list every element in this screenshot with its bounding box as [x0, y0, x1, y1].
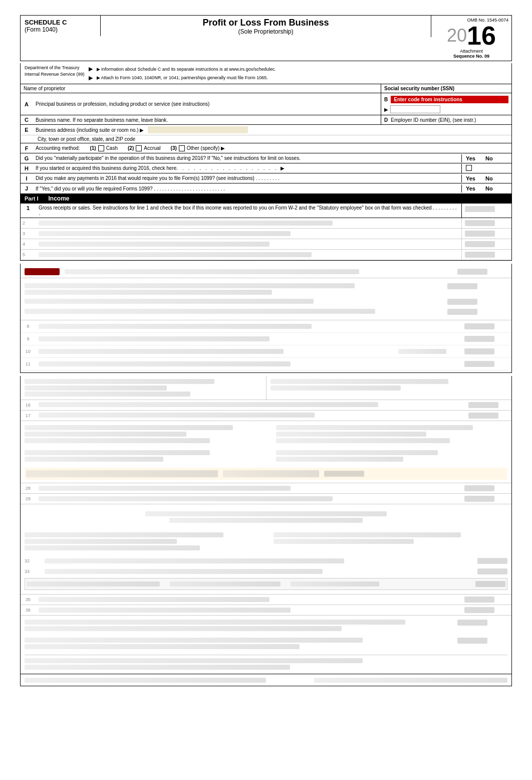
- footer-row: [20, 674, 512, 686]
- address-value: [148, 126, 248, 133]
- big-blurred-block: 32 33: [21, 504, 511, 595]
- row-d-letter: D: [384, 117, 388, 123]
- row-i-yes-no: Yes No: [461, 174, 511, 182]
- row-i-letter: I: [21, 174, 33, 182]
- page: SCHEDULE C (Form 1040) Profit or Loss Fr…: [0, 0, 532, 780]
- row-35: 35: [21, 595, 511, 605]
- row-f-letter: F: [21, 144, 33, 153]
- row-28-amount: [461, 483, 511, 493]
- row-35-content: [36, 595, 461, 604]
- year-prefix: 20: [447, 25, 467, 46]
- row-j-yes-no: Yes No: [461, 184, 511, 192]
- row-j-content: If "Yes," did you or will you file requi…: [33, 185, 461, 192]
- row-f: F Accounting method: (1) Cash (2) Accrua…: [21, 143, 511, 153]
- line4-amount[interactable]: [461, 239, 511, 249]
- income-row-5: 5: [21, 250, 511, 260]
- row-17: [36, 411, 511, 421]
- ssn-field[interactable]: Social security number (SSN): [381, 84, 511, 93]
- part1-label: Part I: [25, 196, 39, 202]
- income-row-2: 2: [21, 218, 511, 229]
- final-blurred: [21, 616, 511, 674]
- header-center: Profit or Loss From Business (Sole Propr…: [101, 16, 431, 37]
- row-i: I Did you make any payments in 2016 that…: [21, 173, 511, 183]
- header-left: SCHEDULE C (Form 1040): [21, 16, 101, 36]
- left-col: [21, 376, 267, 400]
- line5-amount[interactable]: [461, 250, 511, 260]
- no-label-j[interactable]: No: [485, 185, 493, 191]
- row-h-checkbox[interactable]: [466, 165, 472, 171]
- num-a1: 8: [21, 324, 36, 329]
- row-j: J If "Yes," did you or will you file req…: [21, 183, 511, 193]
- no-label-g[interactable]: No: [485, 155, 493, 161]
- income-row-3: 3: [21, 229, 511, 239]
- code-input[interactable]: [390, 105, 440, 113]
- schedule-label: SCHEDULE C: [25, 19, 96, 26]
- sequence-line: Sequence No. 09: [434, 54, 508, 59]
- row-29-amount: [461, 494, 511, 504]
- income-section: 1 Gross receipts or sales. See instructi…: [20, 204, 512, 261]
- line4-num: 4: [21, 241, 36, 248]
- instructions-col: ▶▶ Information about Schedule C and its …: [89, 65, 276, 82]
- line1-num: 1: [21, 204, 36, 218]
- row-29: 29: [21, 494, 511, 504]
- row-g-letter: G: [21, 154, 33, 162]
- yes-label-i[interactable]: Yes: [466, 175, 475, 181]
- row-a-content[interactable]: Principal business or profession, includ…: [33, 93, 381, 115]
- row-35-amount: [461, 595, 511, 605]
- name-field[interactable]: Name of proprietor: [21, 84, 381, 93]
- row-e-content[interactable]: Business address (including suite or roo…: [33, 125, 511, 135]
- num-a3: 10: [21, 349, 36, 354]
- accrual-checkbox[interactable]: [136, 145, 142, 151]
- row-e: E Business address (including suite or r…: [21, 125, 511, 143]
- other-checkbox[interactable]: [179, 145, 185, 151]
- income-row-4: 4: [21, 239, 511, 250]
- row-a4-content: [36, 359, 461, 368]
- main-title: Profit or Loss From Business: [105, 18, 427, 28]
- row-d: D Employer ID number (EIN), (see instr.): [381, 115, 511, 124]
- right-col: [267, 376, 512, 400]
- row-36-amount: [461, 605, 511, 615]
- part1-header: Part I Income: [20, 194, 512, 204]
- expense-section: 16 17: [20, 376, 512, 674]
- two-col-row-2: 16: [21, 400, 511, 411]
- income-row-1: 1 Gross receipts or sales. See instructi…: [21, 204, 511, 218]
- method-accrual[interactable]: (2) Accrual: [128, 145, 161, 151]
- yes-label-j[interactable]: Yes: [466, 185, 475, 191]
- line3-amount[interactable]: [461, 229, 511, 239]
- row-e-letter: E: [21, 125, 33, 135]
- line3-content: [36, 229, 461, 238]
- additional-rows: 8 9 10: [21, 320, 511, 370]
- row-h-checkbox-area: [461, 164, 511, 173]
- line1-amount-value: [465, 206, 495, 212]
- enter-code-arrow: ▶: [384, 104, 508, 113]
- row-a1-content: [36, 322, 461, 331]
- name-ssn-row: Name of proprietor Social security numbe…: [20, 84, 512, 93]
- line2-amount[interactable]: [461, 218, 511, 228]
- method-cash[interactable]: (1) Cash: [90, 145, 118, 151]
- footer-blurred: [25, 678, 266, 683]
- lower-blurred: [21, 278, 511, 320]
- row-c-content[interactable]: Business name. If no separate business n…: [33, 115, 381, 124]
- row-28: 28: [21, 483, 511, 494]
- row-g-yes-no: Yes No: [461, 154, 511, 162]
- part1-title: Income: [49, 195, 70, 202]
- attachment-label: Attachment: [434, 49, 508, 54]
- no-label-i[interactable]: No: [485, 175, 493, 181]
- line5-num: 5: [21, 251, 36, 258]
- row-36-content: [36, 606, 461, 615]
- redacted-section: 8 9 10: [20, 264, 512, 373]
- row-h-content: If you started or acquired this business…: [33, 164, 461, 172]
- row-a-letter: A: [21, 93, 33, 115]
- row-ab: A Principal business or profession, incl…: [21, 93, 511, 115]
- line4-content: [36, 240, 461, 249]
- line5-content: [36, 250, 461, 259]
- line1-amount[interactable]: [461, 204, 511, 218]
- footer-right: [266, 677, 507, 684]
- row-29-content: [36, 494, 461, 503]
- line2-num: 2: [21, 220, 36, 227]
- row-a3-content: [36, 347, 461, 356]
- method-other[interactable]: (3) Other (specify) ▶: [171, 145, 225, 151]
- sub-title: (Sole Proprietorship): [105, 28, 427, 35]
- yes-label-g[interactable]: Yes: [466, 155, 475, 161]
- cash-checkbox[interactable]: [98, 145, 104, 151]
